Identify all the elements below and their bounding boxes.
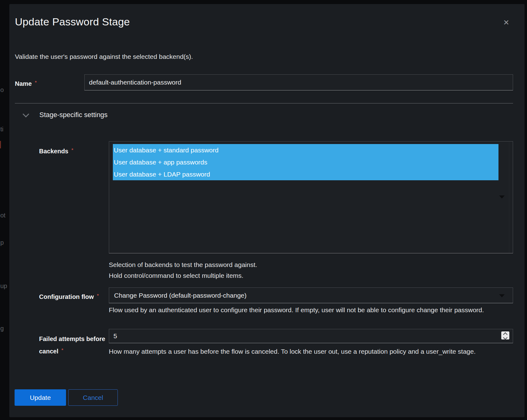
update-password-stage-modal: Update Password Stage ✕ Validate the use… xyxy=(9,4,525,417)
name-label: Name* xyxy=(15,78,37,88)
background-text-fragment: ot xyxy=(0,212,6,218)
failed-attempts-input[interactable] xyxy=(109,329,513,343)
backends-option[interactable]: User database + standard password xyxy=(113,144,498,156)
required-marker: * xyxy=(35,80,37,85)
name-label-text: Name xyxy=(15,80,32,87)
failed-attempts-label-text: Failed attempts before cancel xyxy=(39,335,105,355)
background-text-fragment: g xyxy=(0,325,4,331)
required-marker: * xyxy=(72,147,73,152)
stage-specific-settings-header[interactable]: Stage-specific settings xyxy=(21,109,176,120)
scrollbar-gutter xyxy=(509,142,509,253)
required-marker: * xyxy=(61,347,63,352)
form-divider xyxy=(15,103,513,103)
backends-help-line2: Hold control/command to select multiple … xyxy=(109,272,243,280)
required-marker: * xyxy=(97,293,99,298)
configuration-flow-label-text: Configuration flow xyxy=(39,293,94,300)
backends-help-line1: Selection of backends to test the passwo… xyxy=(109,261,257,269)
backends-label: Backends* xyxy=(39,146,73,155)
configuration-flow-value: Change Password (default-password-change… xyxy=(109,292,246,299)
failed-attempts-label: Failed attempts before cancel* xyxy=(39,333,111,357)
backends-options: User database + standard password User d… xyxy=(113,144,498,180)
update-button[interactable]: Update xyxy=(15,389,66,406)
configuration-flow-label: Configuration flow* xyxy=(39,291,99,301)
configuration-flow-select[interactable]: Change Password (default-password-change… xyxy=(109,287,513,303)
close-icon[interactable]: ✕ xyxy=(501,17,512,28)
backends-option[interactable]: User database + LDAP password xyxy=(113,168,498,180)
background-accent-bar xyxy=(0,141,1,148)
failed-attempts-help: How many attempts a user has before the … xyxy=(109,348,476,356)
configuration-flow-help: Flow used by an authenticated user to co… xyxy=(109,306,484,314)
name-input[interactable] xyxy=(84,74,513,90)
group-header-label: Stage-specific settings xyxy=(39,111,108,119)
background-text-fragment: up xyxy=(0,283,7,289)
number-stepper[interactable] xyxy=(501,331,509,339)
modal-title: Update Password Stage xyxy=(15,16,130,28)
chevron-down-icon xyxy=(23,111,29,117)
backends-multiselect[interactable]: User database + standard password User d… xyxy=(109,141,513,253)
background-text-fragment: ti xyxy=(0,126,3,132)
background-text-fragment: o xyxy=(0,87,4,93)
modal-description: Validate the user's password against the… xyxy=(15,53,193,60)
caret-down-icon xyxy=(499,195,505,199)
chevron-down-icon xyxy=(503,335,507,339)
cancel-button[interactable]: Cancel xyxy=(68,389,118,406)
backends-label-text: Backends xyxy=(39,148,69,155)
backends-option[interactable]: User database + app passwords xyxy=(113,156,498,168)
caret-down-icon xyxy=(499,294,505,297)
background-text-fragment: p xyxy=(0,239,4,246)
